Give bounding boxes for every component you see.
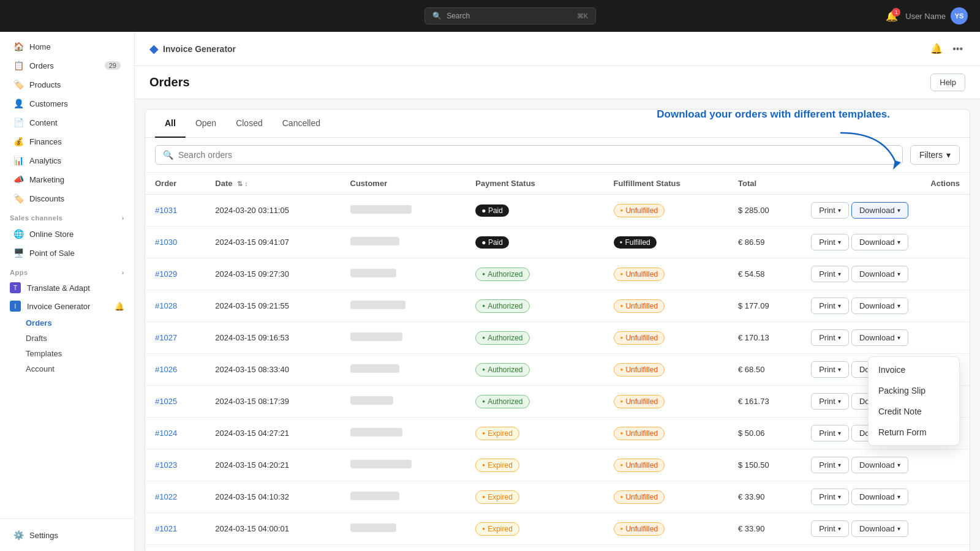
col-total: Total	[728, 173, 801, 195]
order-payment-status: Authorized	[466, 290, 603, 322]
order-date: 2024-03-15 09:27:30	[205, 258, 340, 290]
action-group: Print ▾ Download ▾	[811, 520, 960, 537]
order-number[interactable]: #1024	[155, 429, 177, 438]
sidebar-item-finances[interactable]: 💰 Finances	[4, 132, 130, 151]
table-row: #1026 2024-03-15 08:33:40 Authorized Unf…	[145, 354, 970, 386]
table-row: #1022 2024-03-15 04:10:32 Expired Unfulf…	[145, 481, 970, 513]
print-button[interactable]: Print ▾	[811, 520, 849, 537]
download-button[interactable]: Download ▾	[851, 329, 908, 346]
notification-icon-btn[interactable]: 🔔	[928, 40, 945, 57]
print-button[interactable]: Print ▾	[811, 202, 849, 219]
dropdown-item-packing-slip[interactable]: Packing Slip	[869, 380, 959, 401]
sales-channels-label[interactable]: Sales channels ›	[0, 208, 134, 224]
tab-closed[interactable]: Closed	[226, 110, 273, 138]
order-number[interactable]: #1031	[155, 206, 177, 215]
download-button[interactable]: Download ▾	[851, 266, 908, 282]
sidebar-item-online-store[interactable]: 🌐 Online Store	[4, 225, 130, 243]
order-number[interactable]: #1021	[155, 524, 177, 533]
search-input[interactable]	[178, 150, 895, 160]
order-number[interactable]: #1027	[155, 333, 177, 342]
translate-app-icon: T	[10, 282, 21, 293]
dropdown-item-return-form[interactable]: Return Form	[869, 422, 959, 443]
print-button[interactable]: Print ▾	[811, 266, 849, 282]
sidebar-item-marketing[interactable]: 📣 Marketing	[4, 170, 130, 189]
order-number[interactable]: #1025	[155, 397, 177, 406]
sidebar-item-settings[interactable]: ⚙️ Settings	[4, 526, 130, 544]
order-total: € 161.73	[728, 386, 801, 418]
action-group: Print ▾ Download ▾	[811, 489, 960, 505]
discounts-icon: 🏷️	[13, 193, 23, 203]
print-button[interactable]: Print ▾	[811, 234, 849, 250]
print-button[interactable]: Print ▾	[811, 489, 849, 505]
sidebar-item-orders[interactable]: 📋 Orders 29	[4, 56, 130, 75]
search-shortcut: ⌘K	[577, 12, 588, 20]
customers-icon: 👤	[13, 99, 23, 108]
sidebar-item-label: Finances	[29, 137, 62, 146]
help-button[interactable]: Help	[930, 73, 965, 91]
order-date: 2024-03-07 09:27:46	[205, 545, 340, 552]
tab-open[interactable]: Open	[186, 110, 226, 138]
sidebar-item-translate[interactable]: T Translate & Adapt	[0, 279, 134, 297]
print-button[interactable]: Print ▾	[811, 425, 849, 441]
sidebar-subitem-account[interactable]: Account	[0, 361, 134, 377]
sidebar-subitem-orders[interactable]: Orders	[0, 315, 134, 331]
order-date: 2024-03-15 09:16:53	[205, 322, 340, 354]
search-input-wrapper[interactable]: 🔍	[155, 145, 903, 165]
print-button[interactable]: Print ▾	[811, 457, 849, 473]
order-payment-status: Authorized	[466, 386, 603, 418]
order-number[interactable]: #1030	[155, 238, 177, 247]
col-order: Order	[145, 173, 205, 195]
sidebar-item-products[interactable]: 🏷️ Products	[4, 75, 130, 94]
sidebar-subitem-drafts[interactable]: Drafts	[0, 331, 134, 346]
sidebar-item-analytics[interactable]: 📊 Analytics	[4, 151, 130, 170]
order-payment-status: ● Paid	[466, 195, 603, 227]
print-button[interactable]: Print ▾	[811, 393, 849, 410]
more-options-btn[interactable]: •••	[950, 40, 965, 57]
topbar-search[interactable]: 🔍 Search ⌘K	[424, 7, 596, 24]
dropdown-item-credit-note[interactable]: Credit Note	[869, 401, 959, 422]
sidebar-subitem-templates[interactable]: Templates	[0, 346, 134, 361]
order-number[interactable]: #1028	[155, 301, 177, 310]
table-row: #1031 2024-03-20 03:11:05 ● Paid Unfulfi…	[145, 195, 970, 227]
marketing-icon: 📣	[13, 174, 23, 184]
download-button[interactable]: Download ▾	[851, 298, 908, 314]
order-number[interactable]: #1026	[155, 365, 177, 374]
chevron-down-icon: ▾	[897, 302, 900, 309]
sidebar-item-content[interactable]: 📄 Content	[4, 113, 130, 132]
analytics-icon: 📊	[13, 156, 23, 165]
sidebar-item-home[interactable]: 🏠 Home	[4, 37, 130, 56]
order-number[interactable]: #1023	[155, 460, 177, 470]
notification-bell[interactable]: 🔔 1	[886, 10, 898, 22]
download-button[interactable]: Download ▾	[851, 520, 908, 537]
tabs-bar: All Open Closed Cancelled	[145, 110, 970, 138]
apps-label[interactable]: Apps ›	[0, 263, 134, 279]
order-number[interactable]: #1022	[155, 492, 177, 501]
filters-button[interactable]: Filters ▾	[910, 145, 960, 165]
print-button[interactable]: Print ▾	[811, 298, 849, 314]
tab-all[interactable]: All	[155, 110, 186, 138]
download-button[interactable]: Download ▾	[851, 202, 908, 219]
topbar: 🔍 Search ⌘K 🔔 1 User Name YS	[0, 0, 980, 32]
sidebar-item-customers[interactable]: 👤 Customers	[4, 94, 130, 113]
order-total: $ 35.00	[728, 545, 801, 552]
print-button[interactable]: Print ▾	[811, 361, 849, 378]
sidebar-item-invoice-generator[interactable]: I Invoice Generator 🔔	[0, 297, 134, 315]
search-filter-bar: 🔍 Filters ▾	[145, 138, 970, 173]
download-button[interactable]: Download ▾	[851, 234, 908, 250]
dropdown-item-invoice[interactable]: Invoice	[869, 359, 959, 380]
col-date[interactable]: Date ⇅ ↕	[205, 173, 340, 195]
tab-cancelled[interactable]: Cancelled	[273, 110, 330, 138]
sidebar-item-discounts[interactable]: 🏷️ Discounts	[4, 189, 130, 208]
print-button[interactable]: Print ▾	[811, 329, 849, 346]
user-menu[interactable]: User Name YS	[905, 7, 968, 24]
order-payment-status: Authorized	[466, 258, 603, 290]
order-number[interactable]: #1029	[155, 269, 177, 279]
chevron-down-icon: ▾	[897, 493, 900, 500]
download-button[interactable]: Download ▾	[851, 457, 908, 473]
order-customer	[341, 227, 466, 258]
download-button[interactable]: Download ▾	[851, 489, 908, 505]
sidebar-item-pos[interactable]: 🖥️ Point of Sale	[4, 244, 130, 262]
orders-table: Order Date ⇅ ↕ Customer Payment Status F…	[145, 173, 970, 551]
order-payment-status: Expired	[466, 513, 603, 545]
order-date: 2024-03-15 04:10:32	[205, 481, 340, 513]
